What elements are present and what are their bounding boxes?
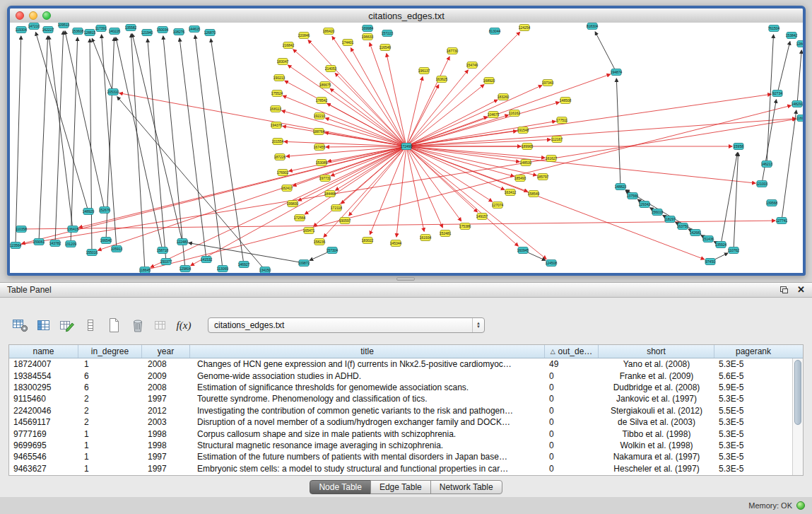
graph-node[interactable]: 175524 [271,90,283,97]
column-header-in_degree[interactable]: in_degree [78,345,142,358]
graph-node[interactable]: 158549 [528,191,540,197]
row-height-button[interactable] [80,315,101,335]
graph-node[interactable]: 199830 [287,201,299,207]
graph-node[interactable]: 151436 [702,236,714,243]
table-row[interactable]: 1872400712008Changes of HCN gene express… [9,358,792,370]
graph-node[interactable]: 192210 [314,113,326,119]
table-row[interactable]: 911546021997Tourette syndrome. Phenomeno… [9,393,792,404]
graph-node[interactable]: 148291 [792,101,803,107]
graph-node[interactable]: 129342 [639,201,651,208]
graph-node[interactable]: 177511 [556,117,568,124]
graph-node[interactable]: 161934 [420,235,432,241]
table-row[interactable]: 946554611997Estimation of the future num… [9,451,792,462]
graph-node[interactable]: 117391 [95,25,107,32]
graph-node[interactable]: 186420 [323,28,335,35]
table-row[interactable]: 1830029562008Estimation of significance … [9,382,792,393]
graph-node[interactable]: 136415 [67,226,79,233]
column-header-year[interactable]: year [142,345,190,358]
graph-node[interactable]: 92734 [772,90,782,97]
graph-node[interactable]: 194874 [611,69,623,76]
column-header-title[interactable]: title [190,345,545,358]
graph-node[interactable]: 813044 [489,28,501,35]
graph-node[interactable]: 196137 [418,68,430,74]
graph-node[interactable]: 163750 [677,223,689,230]
graph-node[interactable]: 121003 [756,181,768,187]
graph-node[interactable]: 145344 [390,240,402,247]
graph-node[interactable]: 197343 [542,80,554,86]
graph-node[interactable]: 150377 [160,259,172,265]
splitter-handle[interactable] [396,277,415,281]
graph-node[interactable]: 110358 [16,226,28,233]
tab-network-table[interactable]: Network Table [430,480,502,494]
column-header-out_de[interactable]: △out_de… [545,345,599,358]
graph-node[interactable]: 163412 [505,189,517,196]
zoom-window-button[interactable] [42,11,51,20]
graph-node[interactable]: 159061 [33,239,45,245]
table-column-options-button[interactable] [10,315,31,335]
graph-node[interactable]: 127741 [776,218,788,224]
graph-node[interactable]: 148508 [560,98,572,104]
graph-node[interactable]: 157223 [382,30,394,37]
graph-node[interactable]: 154749 [466,62,478,69]
graph-node[interactable]: 158236 [314,239,326,245]
graph-node[interactable]: 216842 [283,42,295,49]
graph-node[interactable]: 116074 [796,115,803,122]
graph-node[interactable]: 168920 [483,78,495,84]
graph-node[interactable]: 148823 [615,184,627,190]
graph-node[interactable]: 108276 [173,29,185,35]
graph-node[interactable]: 155016 [86,250,98,256]
graph-node[interactable]: 197731 [319,175,331,182]
graph-node[interactable]: 129804 [180,266,192,272]
graph-node[interactable]: 161627 [546,156,558,162]
graph-node[interactable]: 152481 [440,230,452,237]
graph-node[interactable]: 149157 [476,214,488,220]
graph-node[interactable]: 148530 [520,160,532,166]
graph-node[interactable]: 116549 [379,45,392,51]
graph-node[interactable]: 124508 [546,260,558,267]
graph-node[interactable]: 15958 [734,144,743,150]
column-header-name[interactable]: name [9,345,78,358]
table-row[interactable]: 969969511998Structural magnetic resonanc… [9,440,792,451]
graph-node[interactable]: 148929 [83,209,95,215]
graph-node[interactable]: 168113 [270,106,282,112]
function-builder-button[interactable]: f(x) [173,315,194,335]
graph-node[interactable]: 135924 [715,242,727,248]
graph-node[interactable]: 104675 [488,112,500,118]
network-window-titlebar[interactable]: citations_edges.txt [10,8,803,23]
table-row[interactable]: 2242004622012Investigating the contribut… [9,405,792,416]
graph-node[interactable]: 126870 [204,30,216,36]
graph-node[interactable]: 157304 [326,247,339,254]
vertical-scrollbar[interactable] [792,358,803,475]
graph-node[interactable]: 153608 [72,28,84,35]
graph-node[interactable]: 162227 [42,27,54,33]
graph-node[interactable]: 144615 [189,26,201,33]
panel-splitter[interactable] [0,276,812,282]
graph-node[interactable]: 121940 [141,30,153,36]
graph-node[interactable]: 188764 [313,129,325,135]
graph-node[interactable]: 818304 [587,23,599,30]
graph-node[interactable]: 142681 [690,230,702,236]
graph-node[interactable]: 196633 [362,34,374,40]
graph-node[interactable]: 143782 [49,240,61,247]
graph-node[interactable]: 131209 [65,241,77,247]
table-row[interactable]: 1456911722003Disruption of a novel membe… [9,416,792,428]
graph-node[interactable]: 185797 [537,174,549,180]
table-row[interactable]: 946362711997Embryonic stem cells: a mode… [9,463,792,474]
tab-node-table[interactable]: Node Table [310,480,371,494]
graph-node[interactable]: 158718 [157,247,169,254]
graph-node[interactable]: 110762 [728,247,740,254]
graph-node[interactable]: 105913 [111,246,123,252]
graph-node[interactable]: 174401 [342,40,354,46]
graph-node[interactable]: 201554 [272,139,284,145]
graph-node[interactable]: 191548 [517,127,529,134]
graph-node[interactable]: 134150 [259,267,271,274]
table-row[interactable]: 1938455462009Genome-wide association stu… [9,370,792,381]
graph-node[interactable]: 123564 [10,243,22,249]
graph-node[interactable]: 141532 [201,257,213,263]
edit-table-button[interactable] [57,315,78,335]
graph-node[interactable]: 186675 [319,82,331,88]
graph-node[interactable]: 220846 [298,33,310,39]
table-selector-dropdown[interactable]: citations_edges.txt ▲▼ [208,317,485,333]
graph-node[interactable]: 118297 [664,216,676,223]
graph-node[interactable]: 127074 [492,202,504,209]
